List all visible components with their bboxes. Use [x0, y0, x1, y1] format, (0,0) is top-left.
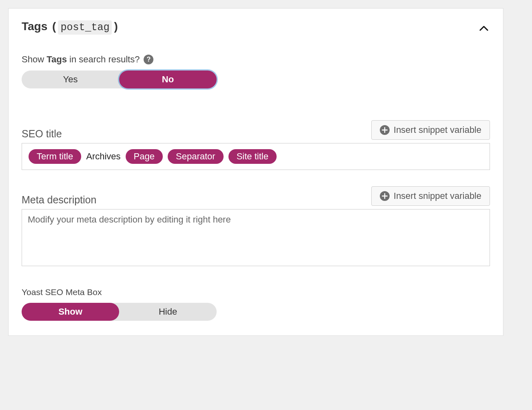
seo-title-header: SEO title Insert snippet variable [22, 120, 490, 140]
chevron-up-icon [479, 25, 488, 31]
meta-description-header: Meta description Insert snippet variable [22, 186, 490, 206]
label-bold: Tags [47, 54, 67, 64]
show-in-search-toggle: Yes No [22, 71, 217, 88]
seo-title-text-token: Archives [86, 151, 120, 162]
seo-title-pill[interactable]: Separator [168, 149, 224, 164]
taxonomy-code: post_tag [58, 20, 112, 35]
seo-title-section: SEO title Insert snippet variable Term t… [22, 120, 490, 170]
toggle-show[interactable]: Show [22, 303, 119, 321]
meta-box-section: Yoast SEO Meta Box Show Hide [22, 287, 490, 321]
meta-box-label: Yoast SEO Meta Box [22, 287, 490, 297]
label-post: in search results? [69, 54, 140, 64]
seo-title-pill[interactable]: Page [126, 149, 163, 164]
panel-header: Tags ( post_tag ) [22, 20, 490, 35]
meta-description-input[interactable] [22, 209, 490, 266]
seo-title-label: SEO title [22, 128, 62, 140]
panel-title: Tags ( post_tag ) [22, 20, 118, 35]
toggle-hide[interactable]: Hide [119, 303, 217, 321]
insert-snippet-meta-label: Insert snippet variable [394, 191, 481, 201]
meta-box-toggle: Show Hide [22, 303, 217, 321]
insert-snippet-meta-button[interactable]: Insert snippet variable [371, 186, 490, 206]
insert-snippet-seo-title-button[interactable]: Insert snippet variable [371, 120, 490, 140]
label-pre: Show [22, 54, 44, 64]
help-icon[interactable]: ? [144, 55, 153, 64]
seo-title-pill[interactable]: Term title [29, 149, 81, 164]
paren-open: ( [52, 20, 56, 33]
title-prefix: Tags [22, 20, 47, 33]
collapse-toggle[interactable] [478, 20, 490, 35]
plus-circle-icon [380, 191, 390, 201]
insert-snippet-seo-title-label: Insert snippet variable [394, 125, 481, 135]
seo-title-pill[interactable]: Site title [228, 149, 277, 164]
show-in-search-label: Show Tags in search results? ? [22, 54, 490, 65]
tags-settings-panel: Tags ( post_tag ) Show Tags in search re… [8, 8, 503, 336]
seo-title-input[interactable]: Term titleArchivesPageSeparatorSite titl… [22, 143, 490, 170]
toggle-no[interactable]: No [119, 71, 217, 88]
meta-description-label: Meta description [22, 194, 96, 206]
meta-description-section: Meta description Insert snippet variable [22, 186, 490, 268]
show-in-search-section: Show Tags in search results? ? Yes No [22, 54, 490, 88]
plus-circle-icon [380, 125, 390, 135]
paren-close: ) [114, 20, 117, 33]
toggle-yes[interactable]: Yes [22, 71, 119, 88]
